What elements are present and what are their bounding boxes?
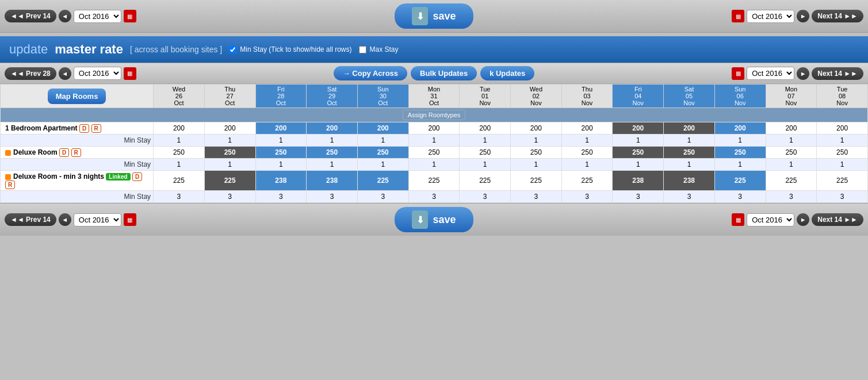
minstay-input-2-1[interactable] <box>218 193 242 201</box>
rate-cell-0-8[interactable] <box>561 122 613 135</box>
minstay-input-1-11[interactable] <box>728 160 752 168</box>
prev14-button[interactable]: ◄◄ Prev 14 <box>5 10 56 22</box>
minstay-cell-2-13[interactable] <box>817 191 868 203</box>
rate-input-2-12[interactable] <box>779 176 803 185</box>
minstay-cell-2-7[interactable] <box>511 191 562 203</box>
rate-input-0-2[interactable] <box>269 124 293 132</box>
minstay-cell-2-11[interactable] <box>714 191 766 203</box>
minstay-input-1-8[interactable] <box>575 160 599 168</box>
rate-cell-1-11[interactable] <box>714 147 766 159</box>
toolbar-calendar-icon[interactable]: ▦ <box>124 67 136 80</box>
minstay-input-2-2[interactable] <box>269 193 293 201</box>
minstay-cell-1-3[interactable] <box>307 159 358 171</box>
rate-input-0-0[interactable] <box>167 124 191 132</box>
minstay-input-0-4[interactable] <box>371 136 395 144</box>
rate-cell-1-1[interactable] <box>204 147 255 159</box>
rate-input-1-13[interactable] <box>830 148 854 156</box>
rate-input-0-13[interactable] <box>830 124 854 132</box>
bottom-prev-arrow-button[interactable]: ◄ <box>59 213 71 226</box>
minstay-cell-2-8[interactable] <box>561 191 613 203</box>
rate-input-0-1[interactable] <box>218 124 242 132</box>
minstay-input-1-6[interactable] <box>473 160 497 168</box>
rate-cell-2-6[interactable] <box>460 171 511 191</box>
rate-input-1-2[interactable] <box>269 148 293 156</box>
minstay-cell-2-5[interactable] <box>408 191 460 203</box>
rate-input-1-8[interactable] <box>575 148 599 156</box>
rate-input-1-4[interactable] <box>371 148 395 156</box>
toolbar-right-calendar-icon[interactable]: ▦ <box>732 67 744 80</box>
rate-input-2-1[interactable] <box>218 176 242 185</box>
rate-input-1-12[interactable] <box>779 148 803 156</box>
minstay-cell-1-4[interactable] <box>357 159 408 171</box>
rate-cell-1-3[interactable] <box>307 147 358 159</box>
minstay-input-1-10[interactable] <box>677 160 701 168</box>
rate-cell-1-2[interactable] <box>255 147 307 159</box>
minstay-checkbox[interactable] <box>229 46 236 53</box>
rate-input-0-11[interactable] <box>728 124 752 132</box>
rate-cell-2-13[interactable] <box>817 171 868 191</box>
minstay-cell-0-12[interactable] <box>766 135 817 147</box>
rate-cell-1-0[interactable] <box>154 147 205 159</box>
minstay-cell-2-0[interactable] <box>154 191 205 203</box>
minstay-input-0-7[interactable] <box>524 136 548 144</box>
minstay-input-2-3[interactable] <box>320 193 344 201</box>
minstay-cell-1-5[interactable] <box>408 159 460 171</box>
minstay-cell-1-9[interactable] <box>613 159 664 171</box>
minstay-cell-0-13[interactable] <box>817 135 868 147</box>
minstay-input-1-3[interactable] <box>320 160 344 168</box>
rate-input-0-10[interactable] <box>677 124 701 132</box>
rate-cell-1-9[interactable] <box>613 147 664 159</box>
rate-cell-0-6[interactable] <box>460 122 511 135</box>
minstay-input-0-9[interactable] <box>626 136 650 144</box>
badge-r-0[interactable]: R <box>91 124 101 133</box>
rate-input-0-7[interactable] <box>524 124 548 132</box>
minstay-input-1-1[interactable] <box>218 160 242 168</box>
rate-input-0-3[interactable] <box>320 124 344 132</box>
minstay-cell-0-6[interactable] <box>460 135 511 147</box>
rate-input-1-11[interactable] <box>728 148 752 156</box>
rate-input-1-9[interactable] <box>626 148 650 156</box>
minstay-input-0-12[interactable] <box>779 136 803 144</box>
minstay-input-1-9[interactable] <box>626 160 650 168</box>
rate-cell-2-11[interactable] <box>714 171 766 191</box>
minstay-input-2-12[interactable] <box>779 193 803 201</box>
rate-input-1-5[interactable] <box>422 148 446 156</box>
rate-cell-1-13[interactable] <box>817 147 868 159</box>
minstay-cell-1-0[interactable] <box>154 159 205 171</box>
minstay-input-2-5[interactable] <box>422 193 446 201</box>
minstay-cell-0-9[interactable] <box>613 135 664 147</box>
badge-r-1[interactable]: R <box>71 148 81 157</box>
minstay-input-0-3[interactable] <box>320 136 344 144</box>
rate-input-0-4[interactable] <box>371 124 395 132</box>
badge-r-2[interactable]: R <box>5 181 15 189</box>
bottom-prev14-button[interactable]: ◄◄ Prev 14 <box>5 213 56 226</box>
minstay-cell-1-13[interactable] <box>817 159 868 171</box>
minstay-cell-1-12[interactable] <box>766 159 817 171</box>
bottom-right-calendar-icon[interactable]: ▦ <box>732 213 744 226</box>
rate-input-2-7[interactable] <box>524 176 548 185</box>
minstay-cell-0-5[interactable] <box>408 135 460 147</box>
rate-input-0-12[interactable] <box>779 124 803 132</box>
rate-cell-0-13[interactable] <box>817 122 868 135</box>
rate-cell-2-10[interactable] <box>664 171 715 191</box>
rate-cell-0-9[interactable] <box>613 122 664 135</box>
minstay-input-2-7[interactable] <box>524 193 548 201</box>
rate-input-2-0[interactable] <box>167 176 191 185</box>
prev-arrow-button[interactable]: ◄ <box>59 10 71 22</box>
top-right-month-select[interactable]: Oct 2016 <box>747 10 794 23</box>
minstay-cell-0-0[interactable] <box>154 135 205 147</box>
rate-cell-2-0[interactable] <box>154 171 205 191</box>
rate-cell-1-7[interactable] <box>511 147 562 159</box>
rate-input-2-11[interactable] <box>728 176 752 185</box>
rate-input-1-0[interactable] <box>167 148 191 156</box>
minstay-cell-1-7[interactable] <box>511 159 562 171</box>
minstay-cell-0-8[interactable] <box>561 135 613 147</box>
minstay-cell-2-2[interactable] <box>255 191 307 203</box>
rate-input-1-10[interactable] <box>677 148 701 156</box>
minstay-input-0-2[interactable] <box>269 136 293 144</box>
minstay-input-1-13[interactable] <box>830 160 854 168</box>
rate-cell-2-9[interactable] <box>613 171 664 191</box>
minstay-input-2-13[interactable] <box>830 193 854 201</box>
rate-input-2-10[interactable] <box>677 176 701 185</box>
toolbar-right-month-select[interactable]: Oct 2016 <box>747 67 794 80</box>
